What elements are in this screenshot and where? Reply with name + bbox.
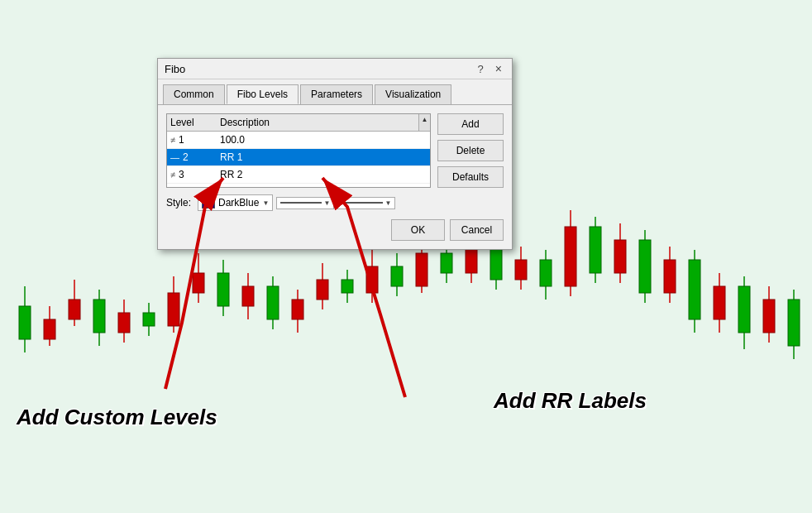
- line-preview-1: [280, 202, 322, 204]
- dialog-body: Level Description ▲ ≠ 1 100.0: [158, 105, 512, 249]
- defaults-button[interactable]: Defaults: [437, 166, 504, 188]
- line-select-arrow-1-icon: ▼: [323, 199, 330, 207]
- table-row-selected[interactable]: — 2 RR 1: [167, 149, 430, 166]
- dialog-title: Fibo: [165, 63, 185, 75]
- dialog-close-button[interactable]: ×: [492, 62, 505, 75]
- col-level-header: Level: [170, 117, 220, 128]
- table-row-3[interactable]: ≠ 3 RR 2: [167, 166, 430, 184]
- delete-button[interactable]: Delete: [437, 140, 504, 161]
- line-style-select-1[interactable]: ▼: [276, 197, 334, 209]
- level-cell-3: ≠ 3: [170, 169, 220, 180]
- ok-cancel-row: OK Cancel: [166, 219, 504, 241]
- desc-cell-3: RR 2: [220, 169, 427, 180]
- scroll-up-arrow[interactable]: ▲: [422, 116, 428, 123]
- tab-parameters[interactable]: Parameters: [300, 84, 373, 104]
- dialog: Fibo ? × Common Fibo Levels Parameters V…: [157, 58, 513, 250]
- color-dropdown-arrow-icon: ▼: [262, 199, 269, 207]
- level-cell-1: ≠ 1: [170, 134, 220, 146]
- style-label: Style:: [166, 197, 191, 209]
- dialog-content: Level Description ▲ ≠ 1 100.0: [166, 113, 504, 188]
- levels-table: Level Description ▲ ≠ 1 100.0: [166, 113, 431, 188]
- table-rows: ≠ 1 100.0 — 2 RR 1 ≠: [167, 132, 430, 184]
- color-swatch: [202, 197, 215, 209]
- action-buttons: Add Delete Defaults: [437, 113, 504, 188]
- level-icon-1: ≠: [170, 135, 175, 145]
- table-header: Level Description ▲: [167, 114, 430, 132]
- color-name-text: DarkBlue: [218, 197, 259, 209]
- dialog-controls: ? ×: [475, 62, 505, 75]
- line-style-select-2[interactable]: ▼: [337, 197, 395, 209]
- desc-cell-1: 100.0: [220, 134, 427, 146]
- level-number-3: 3: [179, 169, 184, 180]
- style-row: Style: DarkBlue ▼ ▼ ▼: [166, 194, 504, 211]
- dialog-tabs: Common Fibo Levels Parameters Visualizat…: [158, 79, 512, 105]
- table-row[interactable]: ≠ 1 100.0: [167, 132, 430, 149]
- col-description-header: Description: [220, 117, 427, 128]
- dialog-titlebar: Fibo ? ×: [158, 59, 512, 79]
- level-icon-3: ≠: [170, 170, 175, 180]
- level-number-1: 1: [179, 134, 184, 146]
- add-button[interactable]: Add: [437, 113, 504, 135]
- desc-cell-2: RR 1: [220, 151, 427, 163]
- line-select-arrow-2-icon: ▼: [385, 199, 391, 207]
- level-icon-2: —: [170, 152, 179, 162]
- level-number-2: 2: [183, 151, 189, 163]
- line-preview-2: [342, 202, 383, 204]
- tab-fibo-levels[interactable]: Fibo Levels: [227, 84, 299, 104]
- tab-common[interactable]: Common: [163, 84, 225, 104]
- scroll-up-indicator: ▲: [418, 114, 430, 131]
- color-picker[interactable]: DarkBlue ▼: [198, 194, 273, 211]
- tab-visualization[interactable]: Visualization: [375, 84, 451, 104]
- cancel-button[interactable]: Cancel: [450, 219, 504, 241]
- dialog-help-button[interactable]: ?: [475, 63, 487, 75]
- level-cell-2: — 2: [170, 151, 220, 163]
- ok-button[interactable]: OK: [391, 219, 445, 241]
